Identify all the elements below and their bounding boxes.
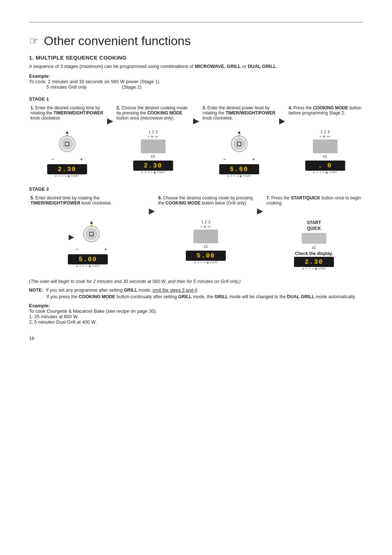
stage2-step6-text: 6. Choose the desired cooking mode by pr… — [157, 195, 255, 217]
stage2-step7: 7. Press the START/QUICK button once to … — [265, 195, 363, 270]
stage2-step7-x1: x1 — [312, 245, 316, 250]
start-label: STARTQUICK — [307, 220, 321, 231]
stage1-step4: 4. Press the COOKING MODE button before … — [287, 105, 363, 174]
svg-marker-0 — [66, 131, 69, 134]
svg-text:🔓: 🔓 — [90, 223, 93, 227]
stage1-display4: . 0 ⊕↺✕▪▪▣ START — [287, 160, 363, 174]
example2-line2: 1. 25 minutes at 800 W. — [29, 314, 363, 319]
svg-text:🔲: 🔲 — [65, 141, 70, 146]
stage1-step1: 1. Enter the desired cooking time by rot… — [29, 105, 105, 178]
stage2-step7-text: 7. Press the START/QUICK button once to … — [265, 195, 363, 217]
svg-marker-10 — [90, 221, 93, 224]
example-line2: 5 minutes Grill only (Stage 2) — [46, 84, 142, 90]
arrow-2-3: ▶ — [191, 105, 201, 126]
stage1-knob3: 🔲 🔓 −+ — [223, 130, 255, 162]
stage2-label: STAGE 2 — [29, 186, 363, 192]
stage2-display6: 5.00 ⊕↺✕▪▪▣ START — [157, 250, 255, 264]
svg-marker-5 — [238, 131, 241, 134]
arrow-3-4: ▶ — [277, 105, 287, 126]
page-title-text: Other convenient functions — [44, 34, 191, 48]
example-line1: To cook: 2 minutes and 30 seconds on 560… — [29, 79, 159, 84]
stage2-knob5: 🔲 🔓 −+ — [75, 220, 107, 252]
note-block: NOTE: If you set any programme after set… — [29, 288, 363, 299]
stage2-start-wrap: STARTQUICK x1 — [302, 220, 326, 250]
example-label-1: Example: — [29, 73, 50, 79]
stage1-knob1-labels: −+ — [51, 156, 83, 162]
example-block-1: Example: To cook: 2 minutes and 30 secon… — [29, 73, 363, 90]
stage2-step5-text: 5. Enter desired time by rotating the TI… — [29, 195, 147, 217]
svg-text:🔓: 🔓 — [237, 133, 241, 137]
page-title: ☞ Other convenient functions — [29, 22, 363, 48]
stage2-display5: 5.00 ⊕↺✕▪▪▣ START — [29, 254, 147, 268]
stage1-btn4-wrap: 123 ≈≋≈≈ x1 — [313, 130, 338, 158]
svg-text:🔓: 🔓 — [65, 133, 69, 137]
example2-line1: To cook Courgette & Macaroni Bake (see r… — [29, 308, 363, 314]
stage2-block: STAGE 2 5. Enter desired time by rotatin… — [29, 186, 363, 270]
svg-text:🔲: 🔲 — [89, 231, 94, 236]
page-number: 16 — [29, 336, 363, 341]
stage1-step4-text: 4. Press the COOKING MODE button before … — [287, 105, 363, 127]
stage1-steps-row: 1. Enter the desired cooking time by rot… — [29, 105, 363, 178]
stage1-step1-text: 1. Enter the desired cooking time by rot… — [29, 105, 105, 127]
stage2-step6-x1: x1 — [204, 244, 208, 248]
stage2-step6: 6. Choose the desired cooking mode by pr… — [157, 195, 255, 264]
oven-note: (The oven will begin to cook for 2 minut… — [29, 279, 363, 284]
stage1-step2: 2. Choose the desired cooking mode by pr… — [115, 105, 191, 174]
stage1-display3: 5.60 ⊕↺✕▪▪▣ START — [201, 163, 277, 178]
stage2-steps-row: 5. Enter desired time by rotating the TI… — [29, 195, 363, 270]
note-line1: If you set any programme after setting G… — [46, 288, 199, 293]
note-label: NOTE: — [29, 288, 43, 293]
stage2-display7: 2.30 ⊕↺✕▪▪▣ START — [265, 256, 363, 270]
stage1-knob1: 🔲 🔓 −+ — [51, 130, 83, 162]
stage2-btn6-wrap: 123 ≈≋≈≈ x1 — [193, 220, 218, 248]
stage1-step3: 3. Enter the desired power level by rota… — [201, 105, 277, 178]
arrow-5-6: ▶ — [147, 195, 157, 216]
arrow-1-2: ▶ — [105, 105, 115, 126]
stage1-block: STAGE 1 1. Enter the desired cooking tim… — [29, 96, 363, 178]
svg-text:🔲: 🔲 — [237, 141, 242, 146]
stage1-step3-text: 3. Enter the desired power level by rota… — [201, 105, 277, 127]
check-display-label: Check the display. — [295, 251, 333, 256]
example2-label: Example: — [29, 303, 50, 308]
intro-text: A sequence of 3 stages (maximum) can be … — [29, 64, 363, 69]
stage1-knob3-labels: −+ — [223, 156, 255, 162]
stage2-knob5-labels: −+ — [75, 246, 107, 252]
stage1-step4-x1: x1 — [323, 154, 327, 158]
stage1-step2-text: 2. Choose the desired cooking mode by pr… — [115, 105, 191, 127]
stage1-label: STAGE 1 — [29, 96, 363, 102]
note-line2: If you press the COOKING MODE button con… — [46, 294, 363, 299]
section-title: 1. MULTIPLE SEQUENCE COOKING — [29, 54, 363, 61]
stage1-btn2-wrap: 123 ≈≋≈≈ x1 — [141, 130, 166, 158]
stage1-display1: 2.30 ⊕↺✕▪▪▣ START — [29, 163, 105, 178]
arrow-6-7: ▶ — [255, 195, 265, 216]
example2-line3: 2. 5 minutes Dual Grill at 400 W. — [29, 319, 363, 325]
title-icon: ☞ — [29, 35, 39, 47]
example2-block: Example: To cook Courgette & Macaroni Ba… — [29, 303, 363, 325]
stage1-step2-x1: x1 — [151, 154, 155, 158]
stage1-display2: 2.30 ⊕↺✕▪▪▣ START — [115, 160, 191, 174]
stage2-step5: 5. Enter desired time by rotating the TI… — [29, 195, 147, 268]
